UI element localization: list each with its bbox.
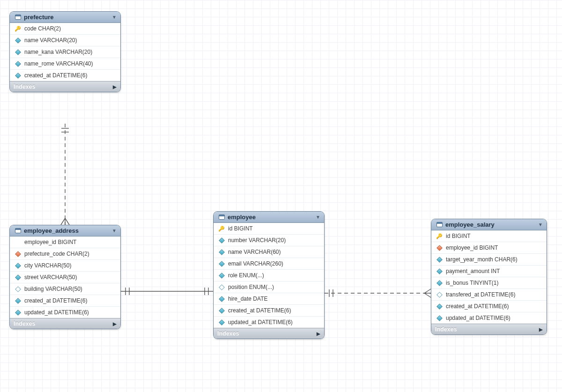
primary-key-icon: 🔑 [218,226,225,231]
column-text: id BIGINT [225,225,253,232]
column-icon [14,62,22,66]
indexes-footer[interactable]: Indexes▶ [10,81,120,92]
entity-header[interactable]: employee▼ [214,212,324,223]
svg-line-12 [424,293,431,297]
column-row[interactable]: created_at DATETIME(6) [10,295,120,307]
column-text: payment_amount INT [443,268,500,274]
entity-title: employee [226,214,316,221]
svg-line-11 [424,289,431,293]
column-icon [436,258,443,262]
column-row[interactable]: payment_amount INT [431,266,547,277]
entity-employee[interactable]: employee▼🔑id BIGINTnumber VARCHAR(20)nam… [213,211,325,339]
foreign-key-icon [436,246,443,250]
column-row[interactable]: building VARCHAR(50) [10,283,120,295]
column-text: updated_at DATETIME(6) [225,319,293,325]
column-row[interactable]: name_rome VARCHAR(40) [10,58,120,70]
column-row[interactable]: role ENUM(...) [214,270,324,281]
column-icon [14,275,22,280]
indexes-label: Indexes [217,330,317,337]
column-row[interactable]: position ENUM(...) [214,281,324,293]
column-row[interactable]: name_kana VARCHAR(20) [10,46,120,58]
column-text: is_bonus TINYINT(1) [443,280,498,286]
column-text: employee_id BIGINT [22,239,76,245]
collapse-icon[interactable]: ▼ [112,228,117,233]
column-row[interactable]: transfered_at DATETIME(6) [431,289,547,301]
column-icon [14,50,22,54]
column-text: created_at DATETIME(6) [22,297,87,304]
column-text: created_at DATETIME(6) [225,307,291,314]
collapse-icon[interactable]: ▼ [112,15,117,20]
column-text: name VARCHAR(60) [225,249,281,255]
column-row[interactable]: created_at DATETIME(6) [214,305,324,317]
entity-title: prefecture [22,14,112,21]
column-row[interactable]: 🔑id BIGINT [431,230,547,242]
column-icon [14,38,22,43]
column-row[interactable]: hire_date DATE [214,293,324,305]
entity-header[interactable]: employee_salary▼ [431,219,547,230]
indexes-label: Indexes [14,83,113,90]
indexes-footer[interactable]: Indexes▶ [10,318,120,329]
column-row[interactable]: 🔑code CHAR(2) [10,23,120,35]
entity-header[interactable]: prefecture▼ [10,12,120,23]
column-text: name_rome VARCHAR(40) [22,60,93,67]
nullable-column-icon [436,293,443,297]
column-text: updated_at DATETIME(6) [443,315,510,321]
column-text: transfered_at DATETIME(6) [443,291,516,298]
column-row[interactable]: name VARCHAR(60) [214,246,324,258]
primary-key-icon: 🔑 [14,26,22,31]
column-text: hire_date DATE [225,296,268,302]
expand-icon[interactable]: ▶ [317,331,320,336]
column-icon [218,297,225,301]
expand-icon[interactable]: ▶ [113,84,117,89]
column-icon [436,269,443,274]
table-icon [14,228,22,233]
collapse-icon[interactable]: ▼ [538,222,543,227]
column-row[interactable]: updated_at DATETIME(6) [10,307,120,318]
column-icon [14,240,22,244]
column-text: target_year_month CHAR(6) [443,256,518,263]
column-text: street VARCHAR(50) [22,274,77,281]
nullable-column-icon [14,287,22,291]
entity-employee_address[interactable]: employee_address▼employee_id BIGINTprefe… [9,225,121,329]
column-row[interactable]: updated_at DATETIME(6) [431,312,547,324]
column-text: updated_at DATETIME(6) [22,309,89,316]
column-row[interactable]: employee_id BIGINT [10,237,120,248]
entity-employee_salary[interactable]: employee_salary▼🔑id BIGINTemployee_id BI… [431,219,547,335]
expand-icon[interactable]: ▶ [113,321,117,326]
column-row[interactable]: target_year_month CHAR(6) [431,254,547,266]
column-text: code CHAR(2) [22,25,61,32]
column-row[interactable]: number VARCHAR(20) [214,235,324,246]
column-row[interactable]: employee_id BIGINT [431,242,547,254]
column-row[interactable]: created_at DATETIME(6) [431,301,547,312]
column-row[interactable]: created_at DATETIME(6) [10,70,120,81]
table-icon [217,214,226,220]
svg-line-2 [61,218,65,225]
column-text: created_at DATETIME(6) [443,303,509,310]
indexes-footer[interactable]: Indexes▶ [431,324,547,334]
expand-icon[interactable]: ▶ [539,327,543,332]
entity-header[interactable]: employee_address▼ [10,225,120,237]
collapse-icon[interactable]: ▼ [316,214,320,220]
column-row[interactable]: updated_at DATETIME(6) [214,317,324,328]
indexes-label: Indexes [14,320,113,327]
column-icon [14,74,22,78]
column-icon [218,250,225,254]
indexes-footer[interactable]: Indexes▶ [214,328,324,339]
column-text: building VARCHAR(50) [22,286,82,292]
column-row[interactable]: email VARCHAR(260) [214,258,324,270]
svg-line-3 [65,218,69,225]
column-row[interactable]: 🔑id BIGINT [214,223,324,235]
column-row[interactable]: prefecture_code CHAR(2) [10,248,120,260]
indexes-label: Indexes [435,326,539,333]
column-row[interactable]: is_bonus TINYINT(1) [431,277,547,289]
column-row[interactable]: name VARCHAR(20) [10,35,120,46]
column-row[interactable]: street VARCHAR(50) [10,272,120,283]
column-icon [218,262,225,266]
nullable-column-icon [218,285,225,289]
entity-title: employee_address [22,227,112,234]
entity-prefecture[interactable]: prefecture▼🔑code CHAR(2)name VARCHAR(20)… [9,11,121,92]
column-text: number VARCHAR(20) [225,237,286,244]
column-icon [218,320,225,325]
column-icon [436,316,443,320]
column-row[interactable]: city VARCHAR(50) [10,260,120,272]
